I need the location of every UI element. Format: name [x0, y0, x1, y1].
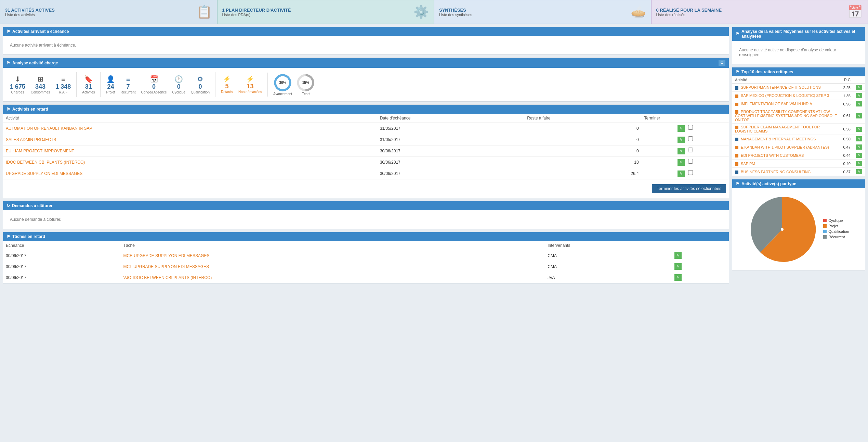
charge-stats-row: ⬇ 1 675 Charges ⊞ 343 Consommés ≡ 1 348: [4, 71, 727, 99]
col-tache: Tâche: [121, 241, 545, 250]
retard-activite-link[interactable]: EU : IAM PROJECT IMPROVEMENT: [6, 149, 74, 153]
edit-btn[interactable]: ✎: [678, 159, 685, 166]
ratio-activity-link[interactable]: SUPPORT/MAINTENANCE OF IT SOLUTIONS: [741, 85, 821, 89]
tache-edit-btn[interactable]: ✎: [674, 252, 682, 259]
projet-val: 24: [106, 83, 115, 90]
ratio-name-cell: E.KANBAN WITH 1 PILOT SUPPLIER (ABRANTES…: [732, 143, 841, 151]
conge-val: 0: [141, 83, 167, 90]
raf-val: 1 348: [55, 83, 71, 90]
terminer-checkbox[interactable]: [688, 148, 693, 152]
terminer-checkbox[interactable]: [688, 125, 693, 130]
edit-btn[interactable]: ✎: [678, 125, 685, 132]
avancement-label: Avancement: [273, 92, 292, 96]
ratio-type-icon: [735, 154, 738, 157]
top-card-activites[interactable]: 31 ACTIVITÉS ACTIVES Liste des activités…: [0, 0, 217, 24]
ratio-activity-link[interactable]: MANAGEMENT & INTERNAL IT MEETINGS: [741, 137, 816, 141]
pda-count: 1 PLAN DIRECTEUR D'ACTIVITÉ: [222, 8, 291, 13]
retard-activite-link[interactable]: UPGRADE SUPPLY ON EDI MESSAGES: [6, 171, 82, 176]
retard-activite-link[interactable]: AUTOMATION OF RENAULT KANBAN IN SAP: [6, 126, 92, 131]
charge-settings-button[interactable]: ⚙: [719, 60, 725, 66]
retard-activite-link[interactable]: SALES ADMIN PROJECTS: [6, 137, 56, 142]
top-card-syntheses[interactable]: SYNTHÈSES Liste des synthèses 🥧: [434, 0, 651, 24]
tache-date-cell: 30/06/2017: [3, 272, 121, 283]
ratio-name-cell: IMPLEMENTATION OF SAP WM IN INDIA: [732, 100, 841, 108]
stat-group-types: 👤 24 Projet ≡ 7 Récurrent 📅 0 Cong: [101, 72, 215, 97]
ratio-edit-btn[interactable]: ✎: [856, 169, 862, 174]
valeur-empty-msg: Aucune activité active ne dispose d'anal…: [736, 44, 862, 61]
tache-link[interactable]: MCL-UPGRADE SUPPLYON EDI MESSAGES: [123, 264, 209, 269]
legend-dot-recurrent: [823, 235, 827, 239]
ratio-activity-link[interactable]: SUPPLIER CLAIM MANAGEMENT TOOL FOR LOGIS…: [735, 125, 820, 133]
edit-btn[interactable]: ✎: [678, 171, 685, 177]
panel-top10-header: ⚑ Top 10 des ratios critiques: [732, 67, 865, 76]
panel-valeur-body: Aucune activité active ne dispose d'anal…: [732, 41, 865, 64]
terminer-checkbox[interactable]: [688, 170, 693, 175]
flag-icon-taches: ⚑: [6, 234, 10, 239]
edit-btn[interactable]: ✎: [678, 137, 685, 143]
ratio-edit-btn[interactable]: ✎: [856, 161, 862, 166]
retard-actions: Terminer les activités sélectionnées: [3, 179, 729, 198]
tache-action-cell: ✎: [672, 250, 729, 261]
activites-count: 31 ACTIVITÉS ACTIVES: [5, 8, 55, 13]
ratio-row: SUPPLIER CLAIM MANAGEMENT TOOL FOR LOGIS…: [732, 124, 865, 135]
tache-link[interactable]: MCE-UPGRADE SUPPLYON EDI MESSAGES: [123, 253, 210, 258]
ratio-edit-btn[interactable]: ✎: [856, 127, 862, 132]
ratio-col-activite: Activité: [732, 76, 841, 84]
ratio-activity-link[interactable]: IMPLEMENTATION OF SAP WM IN INDIA: [741, 102, 812, 106]
ecart-label: Écart: [296, 92, 315, 96]
ratio-type-icon: [735, 138, 738, 141]
tache-link[interactable]: VJO-IDOC BETWEEN CBI PLANTS (INTERCO): [123, 275, 212, 280]
ratio-edit-btn[interactable]: ✎: [856, 101, 862, 106]
ratio-edit-btn[interactable]: ✎: [856, 153, 862, 158]
stat-recurrent: ≡ 7 Récurrent: [121, 75, 136, 94]
stat-conge: 📅 0 Congé&Absence: [141, 75, 167, 94]
tache-date-cell: 30/06/2017: [3, 250, 121, 261]
edit-btn[interactable]: ✎: [678, 148, 685, 154]
retard-activite-cell: UPGRADE SUPPLY ON EDI MESSAGES: [3, 168, 377, 179]
ratio-type-icon: [735, 146, 738, 149]
ratio-activity-link[interactable]: PRODUCT TRACEABILITY COMPONENTS AT LOW C…: [735, 110, 837, 122]
stat-cyclique: 🕐 0 Cyclique: [172, 75, 185, 94]
ratio-rc-cell: 2.25: [841, 84, 853, 92]
col-date: Date d'échéance: [377, 114, 525, 123]
ecart-circle: 15%: [296, 73, 315, 92]
ratio-activity-link[interactable]: SAP PM: [741, 162, 755, 166]
retard-activite-link[interactable]: IDOC BETWEEN CBI PLANTS (INTERCO): [6, 160, 85, 165]
panel-echeance-title: Activités arrivant à échéance: [12, 29, 69, 34]
top-card-realises[interactable]: 0 RÉALISÉ POUR LA SEMAINE Liste des réal…: [651, 0, 868, 24]
panel-demandes: ↻ Demandes à clôturer Aucune demande à c…: [3, 201, 729, 229]
pie-chart: [748, 195, 816, 264]
pda-label: Liste des PDA(s): [222, 13, 291, 17]
ratio-row: PRODUCT TRACEABILITY COMPONENTS AT LOW C…: [732, 108, 865, 124]
ratio-edit-btn[interactable]: ✎: [856, 113, 862, 118]
retard-activite-cell: EU : IAM PROJECT IMPROVEMENT: [3, 146, 377, 157]
ratio-edit-btn[interactable]: ✎: [856, 85, 862, 90]
terminer-checkbox[interactable]: [688, 159, 693, 164]
ratio-edit-cell: ✎: [853, 143, 865, 151]
retard-reste-cell: 26.4: [524, 168, 641, 179]
ratio-activity-link[interactable]: EDI PROJECTS WITH CUSTOMERS: [741, 153, 804, 157]
tache-edit-btn[interactable]: ✎: [674, 274, 682, 281]
ratio-activity-link[interactable]: SAP MEXICO (PRODUCTION & LOGISTIC) STEP …: [741, 93, 829, 98]
ratio-edit-btn[interactable]: ✎: [856, 93, 862, 98]
ratio-edit-btn[interactable]: ✎: [856, 136, 862, 141]
ratio-row: E.KANBAN WITH 1 PILOT SUPPLIER (ABRANTES…: [732, 143, 865, 151]
ratio-row: SUPPORT/MAINTENANCE OF IT SOLUTIONS 2.25…: [732, 84, 865, 92]
ratio-activity-link[interactable]: BUSINESS PARTNERING CONSULTING: [741, 170, 811, 174]
retard-activite-cell: SALES ADMIN PROJECTS: [3, 134, 377, 146]
panel-top10: ⚑ Top 10 des ratios critiques Activité R…: [732, 67, 865, 176]
tache-intervenants-cell: JVA: [545, 272, 672, 283]
avancement-pct: 30%: [279, 81, 286, 85]
ratio-activity-link[interactable]: E.KANBAN WITH 1 PILOT SUPPLIER (ABRANTES…: [741, 145, 829, 149]
top-card-pda[interactable]: 1 PLAN DIRECTEUR D'ACTIVITÉ Liste des PD…: [217, 0, 434, 24]
list-icon: ≡: [55, 75, 71, 83]
recurrent-lbl: Récurrent: [121, 90, 136, 94]
terminer-btn[interactable]: Terminer les activités sélectionnées: [652, 184, 726, 193]
panel-retard-header: ⚑ Activités en retard: [3, 105, 729, 114]
terminer-checkbox[interactable]: [688, 136, 693, 141]
legend-recurrent: Récurrent: [823, 235, 849, 239]
ratio-edit-btn[interactable]: ✎: [856, 144, 862, 150]
retard-row: SALES ADMIN PROJECTS 31/05/2017 0 ✎: [3, 134, 729, 146]
retard-row: IDOC BETWEEN CBI PLANTS (INTERCO) 30/06/…: [3, 157, 729, 168]
tache-edit-btn[interactable]: ✎: [674, 263, 682, 270]
